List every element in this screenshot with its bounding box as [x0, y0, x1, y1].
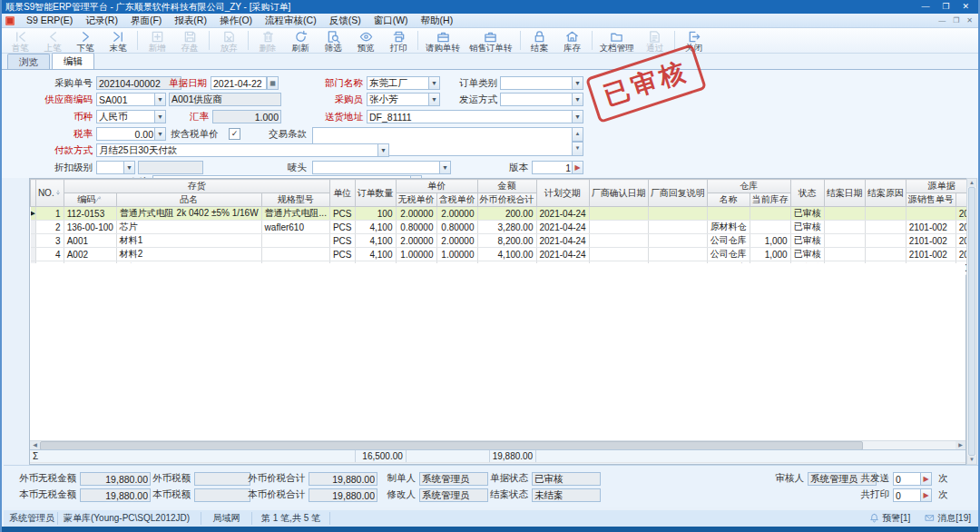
cell-close_date[interactable]: [824, 248, 865, 261]
restore-button[interactable]: ❐: [942, 0, 949, 14]
menu-item-feedback[interactable]: 反馈(S): [323, 14, 368, 27]
cell-close_date[interactable]: [824, 221, 865, 234]
toolbar-inventory-button[interactable]: 库存: [556, 28, 589, 53]
ship-method-field[interactable]: [500, 93, 573, 106]
cell-spec[interactable]: [261, 234, 329, 248]
cell-src_sales[interactable]: [906, 207, 956, 221]
lc-untaxed-field[interactable]: [80, 488, 151, 502]
grid-row[interactable]: 3A001材料1PCS4,1002.000002.000008,200.0020…: [31, 234, 977, 248]
cell-close_reason[interactable]: [865, 234, 906, 248]
cell-plan_date[interactable]: 2021-04-24: [536, 221, 589, 234]
cell-spec[interactable]: 普通片式电阻...: [261, 207, 329, 221]
menu-item-operations[interactable]: 操作(O): [213, 14, 259, 27]
cell-no[interactable]: 1: [35, 207, 64, 221]
fc-tax-field[interactable]: [194, 472, 250, 486]
cell-stock[interactable]: 1,000: [750, 248, 790, 261]
column-group-header[interactable]: 仓库: [707, 180, 790, 193]
scrollbar-thumb[interactable]: [968, 187, 975, 456]
supplier-name-field[interactable]: [169, 93, 281, 106]
mark-field[interactable]: [312, 161, 441, 174]
column-header-vendor_reply[interactable]: 厂商回复说明: [648, 180, 707, 207]
cell-spec[interactable]: [261, 248, 329, 261]
column-group-header[interactable]: 存货: [64, 180, 329, 193]
cell-wh_name[interactable]: 公司仓库: [707, 234, 750, 248]
cell-no[interactable]: 3: [35, 234, 64, 248]
cell-vendor_reply[interactable]: [648, 221, 707, 234]
buyer-dropdown-button[interactable]: ▼: [428, 93, 440, 106]
ship-count-spinner-button[interactable]: ▶: [920, 472, 932, 486]
cell-vendor_confirm[interactable]: [589, 207, 648, 221]
toolbar-sales-order-transfer-button[interactable]: 销售订单转: [465, 28, 517, 53]
cell-close_reason[interactable]: [865, 248, 906, 261]
menu-item-window[interactable]: 窗口(W): [368, 14, 415, 27]
fc-total-field[interactable]: [309, 472, 377, 486]
cell-qty[interactable]: 4,100: [355, 221, 396, 234]
menu-item-workflow-audit[interactable]: 流程审核(C): [259, 14, 323, 27]
toolbar-print-button[interactable]: 打印: [382, 28, 415, 53]
mark-dropdown-button[interactable]: ▼: [439, 161, 451, 174]
cell-amount[interactable]: 8,200.00: [477, 234, 536, 248]
cell-close_date[interactable]: [824, 207, 865, 221]
cell-unit[interactable]: PCS: [329, 207, 355, 221]
cell-unit[interactable]: PCS: [329, 221, 355, 234]
cell-qty[interactable]: 4,100: [355, 248, 396, 261]
cell-amount[interactable]: 200.00: [477, 207, 536, 221]
currency-field[interactable]: [96, 110, 156, 123]
close-status-field[interactable]: [532, 488, 601, 502]
grid-row[interactable]: 2136-00-100芯片wafler610PCS4,1000.800000.8…: [31, 221, 977, 234]
version-field[interactable]: [532, 161, 573, 174]
cell-close_date[interactable]: [824, 234, 865, 248]
cell-wh_name[interactable]: 原材料仓: [707, 221, 750, 234]
column-header-price_inc[interactable]: 含税单价: [436, 193, 477, 207]
creator-field[interactable]: [419, 472, 488, 486]
column-header-qty[interactable]: 订单数量: [355, 180, 396, 207]
payment-dropdown-button[interactable]: ▼: [377, 143, 389, 157]
menu-item-reports[interactable]: 报表(R): [168, 14, 213, 27]
cell-vendor_reply[interactable]: [648, 248, 707, 261]
payment-field[interactable]: [96, 143, 379, 157]
ship-method-dropdown-button[interactable]: ▼: [572, 93, 583, 106]
toolbar-preview-button[interactable]: 预览: [349, 28, 382, 53]
cell-code[interactable]: A002: [64, 248, 116, 261]
tab-edit[interactable]: 编辑: [52, 53, 94, 69]
column-header-unit[interactable]: 单位: [329, 180, 355, 207]
cell-vendor_confirm[interactable]: [589, 221, 648, 234]
cell-plan_date[interactable]: 2021-04-24: [536, 234, 589, 248]
column-header-wh_name[interactable]: 名称: [707, 193, 750, 207]
column-header-close_date[interactable]: 结案日期: [824, 180, 865, 207]
scroll-down-icon[interactable]: ▼: [572, 142, 583, 156]
cell-close_reason[interactable]: [865, 207, 906, 221]
column-header-amount[interactable]: 外币价税合计: [477, 193, 536, 207]
dept-field[interactable]: [367, 76, 430, 90]
column-header-price_ex[interactable]: 无税单价: [396, 193, 436, 207]
cell-price_inc[interactable]: 0.80000: [436, 221, 477, 234]
supplier-code-field[interactable]: [96, 93, 156, 106]
cell-wh_name[interactable]: [707, 207, 750, 221]
doc-date-calendar-button[interactable]: ▦: [267, 76, 279, 90]
cell-price_ex[interactable]: 2.00000: [396, 234, 436, 248]
vertical-scrollbar[interactable]: ▲ ▼: [966, 178, 977, 465]
cell-code[interactable]: A001: [64, 234, 116, 248]
toolbar-last-record-button[interactable]: 末笔: [102, 28, 134, 53]
toolbar-refresh-button[interactable]: 刷新: [284, 28, 317, 53]
column-header-plan_date[interactable]: 计划交期: [536, 180, 589, 207]
cell-status[interactable]: 已审核: [790, 207, 824, 221]
cell-price_inc[interactable]: 1.00000: [436, 248, 477, 261]
discount-field[interactable]: [96, 161, 125, 174]
cell-name[interactable]: 材料1: [116, 234, 261, 248]
tax-rate-field[interactable]: [96, 127, 156, 141]
cell-plan_date[interactable]: 2021-04-24: [536, 207, 589, 221]
dept-dropdown-button[interactable]: ▼: [428, 76, 440, 90]
cell-code[interactable]: 112-0153: [64, 207, 116, 221]
ship-count-field[interactable]: [893, 472, 922, 486]
cell-name[interactable]: 材料2: [116, 248, 261, 261]
cell-status[interactable]: 已审核: [790, 234, 824, 248]
column-header-stock[interactable]: 当前库存: [750, 193, 790, 207]
cell-vendor_confirm[interactable]: [589, 248, 648, 261]
column-group-header[interactable]: 单价: [396, 180, 477, 193]
grid-row[interactable]: 4A002材料2PCS4,1001.000001.000004,100.0020…: [31, 248, 977, 261]
cell-vendor_confirm[interactable]: [589, 234, 648, 248]
cell-src_sales[interactable]: 2101-002: [906, 248, 956, 261]
print-count-spinner-button[interactable]: ▶: [920, 488, 932, 502]
cell-plan_date[interactable]: 2021-04-24: [536, 248, 589, 261]
